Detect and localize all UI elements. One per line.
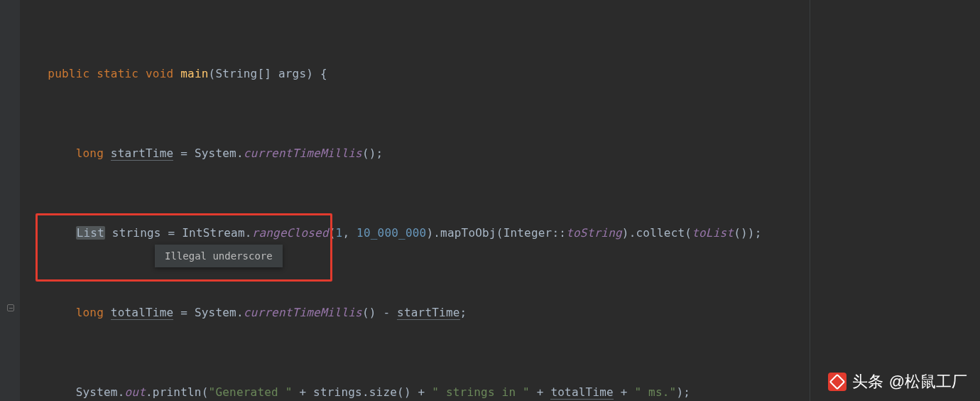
code-line: long totalTime = System.currentTimeMilli…	[20, 303, 980, 323]
code-area[interactable]: public static void main(String[] args) {…	[20, 4, 980, 401]
code-line: List strings = IntStream.rangeClosed(1, …	[20, 223, 980, 243]
code-editor[interactable]: public static void main(String[] args) {…	[0, 0, 980, 401]
code-line: public static void main(String[] args) {	[20, 64, 980, 84]
error-tooltip: Illegal underscore	[155, 245, 283, 267]
watermark-prefix: 头条	[852, 371, 883, 392]
watermark: 头条 @松鼠工厂	[828, 371, 967, 392]
gutter	[0, 0, 20, 401]
watermark-logo-icon	[828, 373, 846, 391]
code-line: long startTime = System.currentTimeMilli…	[20, 144, 980, 164]
fold-icon[interactable]	[7, 304, 14, 311]
watermark-handle: @松鼠工厂	[889, 371, 967, 392]
